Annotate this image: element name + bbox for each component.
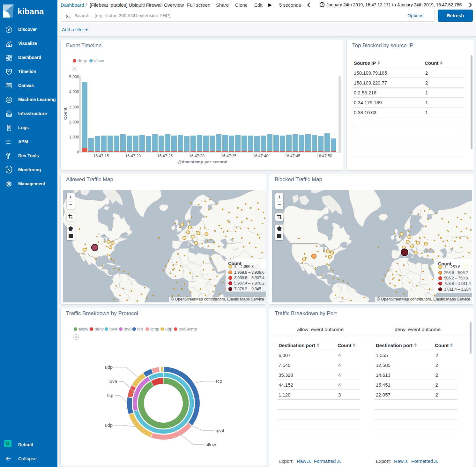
svg-text:udp: udp (105, 423, 113, 428)
svg-text:allow: allow (205, 442, 216, 447)
svg-text:ipv4: ipv4 (216, 428, 224, 433)
svg-text:udp: udp (105, 365, 113, 370)
svg-text:ipv6: ipv6 (108, 379, 117, 384)
svg-text:tcp: tcp (107, 393, 113, 398)
svg-text:tcp: tcp (216, 379, 222, 384)
